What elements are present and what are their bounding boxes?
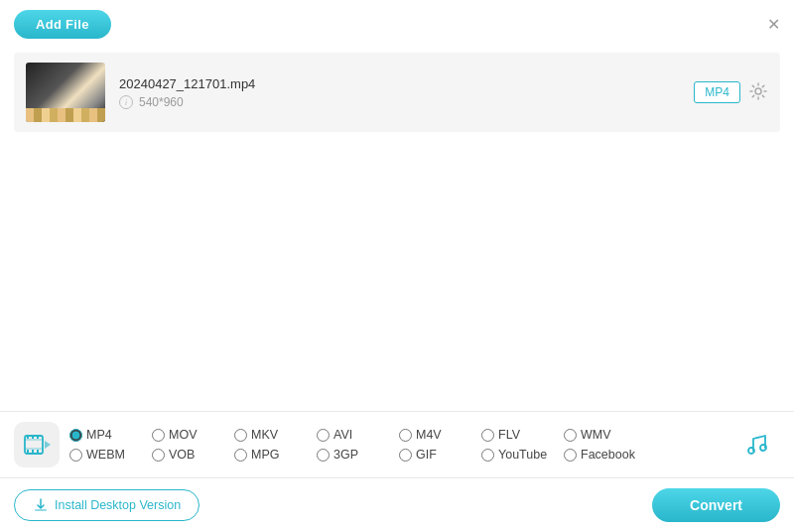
file-info: 20240427_121701.mp4 i 540*960 [119,76,680,109]
svg-rect-6 [37,436,39,439]
format-option-3gp[interactable]: 3GP [317,448,385,462]
action-bar: Install Desktop Version Convert [0,478,794,532]
format-label-3gp: 3GP [333,448,385,462]
thumbnail-strip [26,108,105,122]
format-label-webm: WEBM [86,448,138,462]
format-radio-flv[interactable] [481,429,494,442]
format-radio-mkv[interactable] [234,429,247,442]
format-label-mkv: MKV [251,428,303,442]
add-file-button[interactable]: Add File [14,10,111,39]
format-radio-3gp[interactable] [317,449,330,462]
format-radio-webm[interactable] [69,449,82,462]
format-radio-mpg[interactable] [234,449,247,462]
format-row-2: WEBM VOB MPG 3GP GIF [69,448,725,462]
format-radio-mov[interactable] [152,429,165,442]
file-list: 20240427_121701.mp4 i 540*960 MP4 [0,45,794,140]
top-bar: Add File ✕ [0,0,794,45]
format-label-mpg: MPG [251,448,303,462]
file-resolution: 540*960 [139,95,184,109]
file-actions: MP4 [694,81,768,104]
svg-rect-9 [37,450,39,453]
convert-button[interactable]: Convert [652,488,780,522]
svg-marker-10 [45,441,51,449]
svg-rect-7 [27,450,29,453]
svg-rect-4 [27,436,29,439]
file-meta: i 540*960 [119,95,680,109]
format-option-youtube[interactable]: YouTube [481,448,550,462]
format-label-vob: VOB [169,448,220,462]
format-radio-mp4[interactable] [69,429,82,442]
video-format-icon[interactable] [14,422,60,467]
close-button[interactable]: ✕ [767,17,780,33]
format-option-webm[interactable]: WEBM [69,448,138,462]
format-radio-wmv[interactable] [564,429,577,442]
file-name: 20240427_121701.mp4 [119,76,680,91]
download-icon [33,497,49,513]
format-label-youtube: YouTube [498,448,550,462]
audio-format-icon[interactable] [734,422,780,467]
format-label-gif: GIF [416,448,467,462]
format-radio-youtube[interactable] [481,449,494,462]
format-label-mov: MOV [169,428,220,442]
format-option-mpg[interactable]: MPG [234,448,303,462]
format-badge-button[interactable]: MP4 [694,81,740,103]
svg-rect-5 [32,436,34,439]
format-label-mp4: MP4 [86,428,138,442]
format-option-gif[interactable]: GIF [399,448,467,462]
format-option-flv[interactable]: FLV [481,428,550,442]
format-selector: MP4 MOV MKV AVI M4V [0,411,794,478]
svg-rect-2 [25,439,43,441]
svg-point-0 [755,88,761,94]
format-row-1: MP4 MOV MKV AVI M4V [69,428,725,442]
format-radio-avi[interactable] [317,429,330,442]
format-option-mp4[interactable]: MP4 [69,428,138,442]
svg-rect-13 [35,509,47,511]
install-desktop-button[interactable]: Install Desktop Version [14,489,199,521]
format-label-m4v: M4V [416,428,467,442]
music-icon [743,431,771,459]
format-label-flv: FLV [498,428,550,442]
format-label-wmv: WMV [581,428,632,442]
svg-rect-3 [25,448,43,450]
format-label-avi: AVI [333,428,385,442]
format-radio-facebook[interactable] [564,449,577,462]
format-label-facebook: Facebook [581,448,635,462]
file-item: 20240427_121701.mp4 i 540*960 MP4 [14,53,780,132]
install-label: Install Desktop Version [55,498,181,512]
settings-button[interactable] [748,81,768,104]
format-option-avi[interactable]: AVI [317,428,385,442]
content-area [0,140,794,358]
svg-rect-8 [32,450,34,453]
format-rows: MP4 MOV MKV AVI M4V [69,428,725,462]
format-radio-gif[interactable] [399,449,412,462]
format-radio-vob[interactable] [152,449,165,462]
format-option-facebook[interactable]: Facebook [564,448,635,462]
format-option-mkv[interactable]: MKV [234,428,303,442]
bottom-section: MP4 MOV MKV AVI M4V [0,411,794,532]
gear-icon [748,81,768,101]
format-option-mov[interactable]: MOV [152,428,220,442]
format-option-m4v[interactable]: M4V [399,428,467,442]
format-radio-m4v[interactable] [399,429,412,442]
film-icon [23,431,51,459]
format-option-wmv[interactable]: WMV [564,428,632,442]
file-thumbnail [26,63,105,122]
format-option-vob[interactable]: VOB [152,448,220,462]
info-icon: i [119,95,133,109]
